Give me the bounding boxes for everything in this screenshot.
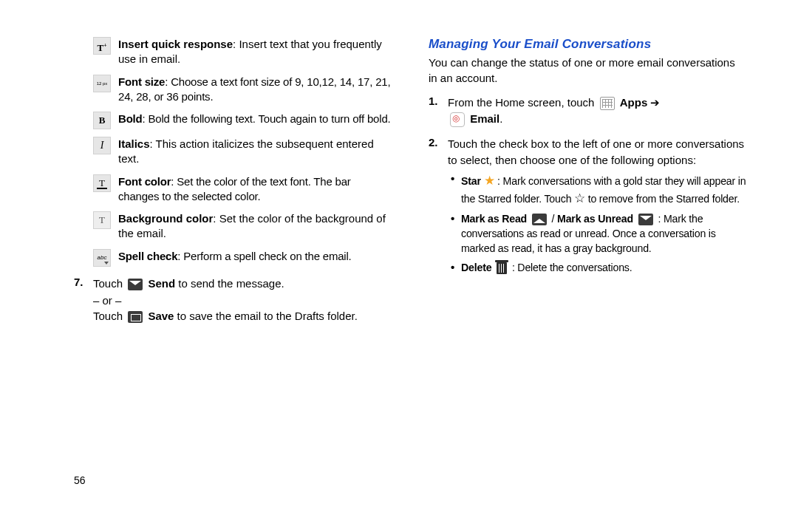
sep: / (552, 213, 557, 225)
pre: Touch (93, 310, 126, 322)
section-heading: Managing Your Email Conversations (429, 37, 746, 52)
italic-icon: I (93, 137, 111, 154)
label: Italics (118, 137, 150, 150)
label: Background color (118, 212, 213, 225)
step-7b: Touch Save to save the email to the Draf… (93, 310, 392, 323)
fmt-font-color: T Font color: Set the color of the text … (93, 174, 392, 205)
pre: From the Home screen, touch (448, 96, 598, 109)
page-number: 56 (74, 474, 86, 486)
save-icon (128, 311, 143, 323)
pre: Touch (93, 277, 126, 290)
post: to save the email to the Drafts folder. (177, 310, 358, 322)
step-2: 2. Touch the check box to the left of on… (429, 136, 746, 168)
trash-icon (497, 262, 507, 274)
mark-read-lead: Mark as Read (461, 213, 530, 225)
bullet-star: • Star ★ : Mark conversations with a gol… (451, 172, 746, 208)
step-1: 1. From the Home screen, touch Apps ➔ Em… (429, 95, 746, 127)
post: to send the message. (178, 277, 284, 290)
bullet-delete: • Delete : Delete the conversations. (451, 261, 746, 276)
step-7: 7. Touch Send to send the message. (74, 276, 392, 292)
star-outline-icon: ☆ (574, 191, 585, 205)
fontsize-icon: 12 px (93, 75, 111, 92)
fontcolor-icon: T (93, 174, 111, 192)
bgcolor-icon: T (93, 211, 111, 229)
fmt-bg-color: T Background color: Set the color of the… (93, 211, 392, 242)
label: Insert quick response (118, 38, 233, 50)
arrow: ➔ (650, 96, 660, 109)
star-post: to remove from the Starred folder. (588, 193, 740, 205)
fmt-insert-quick: T+ Insert quick response: Insert text th… (93, 37, 392, 67)
email-app-icon (450, 112, 465, 127)
step-number: 2. (429, 136, 448, 149)
send-icon (128, 279, 143, 290)
dot: . (499, 112, 502, 125)
delete-rest: : Delete the conversations. (512, 262, 632, 273)
fmt-bold: B Bold: Bold the following text. Touch a… (93, 112, 392, 129)
spellcheck-icon: abc (93, 249, 111, 267)
label: Font color (118, 175, 171, 188)
desc: : Perform a spell check on the email. (177, 250, 351, 262)
label: Spell check (118, 250, 177, 262)
label: Bold (118, 112, 143, 125)
bullet-mark: • Mark as Read / Mark as Unread : Mark t… (451, 212, 746, 256)
desc: : This action italicizes the subsequent … (118, 137, 374, 165)
or-sep: – or – (93, 294, 392, 307)
manual-page: T+ Insert quick response: Insert text th… (0, 0, 798, 502)
star-filled-icon: ★ (484, 174, 495, 188)
fmt-font-size: 12 px Font size: Choose a text font size… (93, 75, 392, 105)
send-label: Send (148, 277, 175, 290)
mark-unread-lead: Mark as Unread (557, 213, 636, 225)
fmt-spellcheck: abc Spell check: Perform a spell check o… (93, 249, 392, 267)
desc: : Bold the following text. Touch again t… (143, 112, 391, 125)
fmt-italics: I Italics: This action italicizes the su… (93, 137, 392, 167)
apps-label: Apps (620, 96, 651, 109)
step-number: 7. (74, 276, 93, 288)
save-label: Save (148, 310, 174, 322)
apps-grid-icon (600, 97, 615, 110)
mark-unread-icon (638, 214, 653, 225)
left-column: T+ Insert quick response: Insert text th… (74, 37, 392, 495)
t-plus-icon: T+ (93, 37, 111, 55)
bold-icon: B (93, 112, 111, 129)
step-number: 1. (429, 95, 448, 107)
mark-read-icon (532, 214, 547, 225)
label: Font size (118, 75, 165, 88)
right-column: Managing Your Email Conversations You ca… (429, 37, 746, 495)
intro-para: You can change the status of one or more… (429, 55, 746, 86)
delete-lead: Delete (461, 262, 494, 273)
email-label: Email (470, 112, 499, 125)
step-2-text: Touch the check box to the left of one o… (448, 136, 746, 168)
star-lead: Star (461, 175, 484, 187)
